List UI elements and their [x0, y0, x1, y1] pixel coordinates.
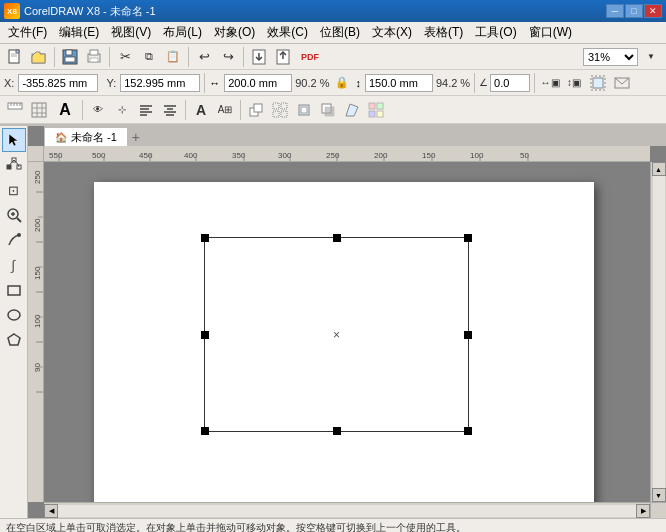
scrollbar-right[interactable]: ▲ ▼ — [650, 162, 666, 502]
handle-bottom-right[interactable] — [464, 427, 472, 435]
text-format-button[interactable]: A — [190, 99, 212, 121]
svg-rect-39 — [273, 111, 279, 117]
pct1: % — [320, 77, 330, 89]
svg-text:100: 100 — [33, 314, 42, 328]
maximize-button[interactable]: □ — [625, 4, 643, 18]
scroll-right-button[interactable]: ▶ — [636, 504, 650, 518]
shadow-button[interactable] — [317, 99, 339, 121]
freehand-tool-button[interactable] — [2, 228, 26, 252]
handle-mid-right[interactable] — [464, 331, 472, 339]
align-left-button[interactable] — [135, 99, 157, 121]
text-tool-button[interactable]: A — [52, 99, 78, 121]
angle-input[interactable] — [490, 74, 530, 92]
svg-rect-42 — [301, 107, 307, 113]
scroll-track-h — [58, 505, 636, 517]
svg-text:200: 200 — [33, 218, 42, 232]
zoom-tool-button[interactable] — [2, 203, 26, 227]
menu-edit[interactable]: 编辑(E) — [53, 22, 105, 43]
mirror-v-button[interactable]: ↕▣ — [563, 72, 585, 94]
svg-rect-45 — [369, 103, 375, 109]
width-percent: 90.2 — [295, 77, 316, 89]
envelope-button[interactable] — [611, 72, 633, 94]
y-input[interactable]: 152.995 mm — [120, 74, 200, 92]
selected-object[interactable]: × — [204, 237, 469, 432]
menu-bitmap[interactable]: 位图(B) — [314, 22, 366, 43]
handle-mid-left[interactable] — [201, 331, 209, 339]
open-button[interactable] — [28, 46, 50, 68]
handle-top-right[interactable] — [464, 234, 472, 242]
freeform-button[interactable] — [587, 72, 609, 94]
distort-button[interactable] — [341, 99, 363, 121]
canvas-content[interactable]: × 软件自学网 WWW.RJZXW.COM — [44, 162, 650, 502]
ruler-corner — [28, 146, 44, 162]
scroll-up-button[interactable]: ▲ — [652, 162, 666, 176]
scroll-down-button[interactable]: ▼ — [652, 488, 666, 502]
height-input[interactable] — [365, 74, 433, 92]
print-button[interactable] — [83, 46, 105, 68]
select-tool-button[interactable] — [2, 128, 26, 152]
svg-text:250: 250 — [33, 170, 42, 184]
svg-rect-15 — [593, 78, 603, 88]
zoom-dropdown-button[interactable]: ▼ — [640, 46, 662, 68]
crop-tool-button[interactable]: ⊡ — [2, 178, 26, 202]
import-button[interactable] — [248, 46, 270, 68]
height-percent: 94.2 — [436, 77, 457, 89]
menu-effects[interactable]: 效果(C) — [261, 22, 314, 43]
ellipse-tool-button[interactable] — [2, 303, 26, 327]
menu-view[interactable]: 视图(V) — [105, 22, 157, 43]
redo-button[interactable]: ↪ — [217, 46, 239, 68]
text-edit-button[interactable]: A⊞ — [214, 99, 236, 121]
menu-file[interactable]: 文件(F) — [2, 22, 53, 43]
node-tool-button[interactable] — [2, 153, 26, 177]
svg-line-53 — [17, 218, 21, 222]
mirror-h-button[interactable]: ↔▣ — [539, 72, 561, 94]
scrollbar-bottom[interactable]: ◀ ▶ — [44, 502, 650, 518]
undo-button[interactable]: ↩ — [193, 46, 215, 68]
handle-top-left[interactable] — [201, 234, 209, 242]
scroll-left-button[interactable]: ◀ — [44, 504, 58, 518]
sep-size — [474, 73, 475, 93]
curve-tool-button[interactable]: ∫ — [2, 253, 26, 277]
new-button[interactable] — [4, 46, 26, 68]
menu-object[interactable]: 对象(O) — [208, 22, 261, 43]
title-bar: X8 CorelDRAW X8 - 未命名 -1 ─ □ ✕ — [0, 0, 666, 22]
color-button[interactable] — [365, 99, 387, 121]
snap-button[interactable]: ⊹ — [111, 99, 133, 121]
rect-tool-button[interactable] — [2, 278, 26, 302]
save-button[interactable] — [59, 46, 81, 68]
add-tab-button[interactable]: + — [128, 129, 144, 145]
cut-button[interactable]: ✂ — [114, 46, 136, 68]
copy-button[interactable]: ⧉ — [138, 46, 160, 68]
polygon-tool-button[interactable] — [2, 328, 26, 352]
close-button[interactable]: ✕ — [644, 4, 662, 18]
menu-layout[interactable]: 布局(L) — [157, 22, 208, 43]
handle-bottom-mid[interactable] — [333, 427, 341, 435]
svg-rect-46 — [377, 103, 383, 109]
menu-text[interactable]: 文本(X) — [366, 22, 418, 43]
lock-ratio-button[interactable]: 🔒 — [331, 72, 353, 94]
width-input[interactable] — [224, 74, 292, 92]
menu-tools[interactable]: 工具(O) — [469, 22, 522, 43]
effects-button[interactable] — [293, 99, 315, 121]
group-button[interactable] — [269, 99, 291, 121]
pct2: % — [460, 77, 470, 89]
rulers-button[interactable] — [4, 99, 26, 121]
grid-button[interactable] — [28, 99, 50, 121]
svg-text:450: 450 — [139, 151, 153, 160]
handle-bottom-left[interactable] — [201, 427, 209, 435]
paste-button[interactable]: 📋 — [162, 46, 184, 68]
sep-angle — [534, 73, 535, 93]
handle-top-mid[interactable] — [333, 234, 341, 242]
minimize-button[interactable]: ─ — [606, 4, 624, 18]
menu-window[interactable]: 窗口(W) — [523, 22, 578, 43]
show-hide-button[interactable]: 👁 — [87, 99, 109, 121]
align-center-button[interactable] — [159, 99, 181, 121]
export-button[interactable] — [272, 46, 294, 68]
x-input[interactable]: -355.825 mm — [18, 74, 98, 92]
pdf-button[interactable]: PDF — [296, 46, 324, 68]
tab-active[interactable]: 🏠 未命名 -1 — [44, 127, 128, 146]
svg-rect-36 — [254, 104, 262, 112]
arrange-button[interactable] — [245, 99, 267, 121]
zoom-select[interactable]: 31% 50% 75% 100% — [583, 48, 638, 66]
menu-table[interactable]: 表格(T) — [418, 22, 469, 43]
